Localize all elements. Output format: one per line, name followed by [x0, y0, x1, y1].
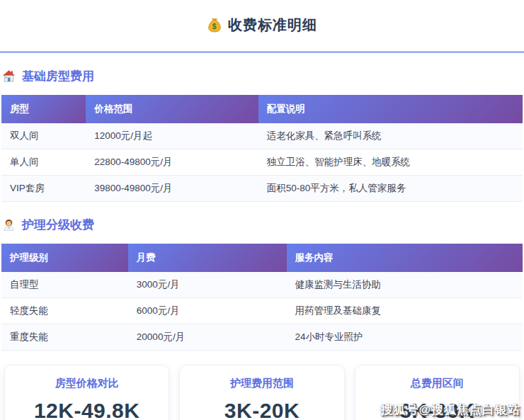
column-header-room-type: 房型	[1, 95, 86, 123]
cell-price: 22800-49800元/月	[86, 149, 258, 175]
room-fee-table: 房型 价格范围 配置说明 双人间 12000元/月起 适老化家具、紧急呼叫系统 …	[1, 95, 523, 202]
column-header-price-range: 价格范围	[86, 95, 258, 123]
table-row: 单人间 22800-49800元/月 独立卫浴、智能护理床、地暖系统	[1, 149, 523, 175]
cell-care-level: 自理型	[1, 272, 128, 298]
cell-service: 24小时专业照护	[287, 324, 523, 350]
section-title-text: 基础房型费用	[22, 68, 94, 84]
page-title-text: 收费标准明细	[228, 16, 317, 35]
card-title: 护理费用范围	[186, 377, 338, 390]
cell-room-type: 单人间	[1, 149, 86, 175]
cell-config: 适老化家具、紧急呼叫系统	[258, 123, 523, 149]
section-room-fees-title: 基础房型费用	[2, 68, 524, 84]
cell-service: 健康监测与生活协助	[287, 272, 523, 298]
cell-config: 面积50-80平方米，私人管家服务	[258, 175, 523, 201]
summary-card-room-price: 房型价格对比 12K-49.8K 元/月（不同房型）	[4, 365, 169, 420]
table-row: VIP套房 39800-49800元/月 面积50-80平方米，私人管家服务	[1, 175, 523, 201]
cell-care-level: 轻度失能	[1, 297, 128, 324]
page-header: $ 收费标准明细	[0, 0, 524, 45]
card-title: 总费用区间	[361, 377, 513, 390]
table-row: 双人间 12000元/月起 适老化家具、紧急呼叫系统	[1, 123, 523, 149]
table-row: 重度失能 20000元/月 24小时专业照护	[1, 324, 523, 350]
header-divider	[0, 51, 524, 53]
house-icon	[2, 69, 16, 83]
nursing-fee-table: 护理级别 月费 服务内容 自理型 3000元/月 健康监测与生活协助 轻度失能 …	[1, 244, 523, 351]
cell-room-type: 双人间	[1, 123, 86, 149]
summary-card-nursing-range: 护理费用范围 3K-20K 元/月（分级护理）	[179, 365, 344, 420]
watermark: 搜狐号@搜狐焦点白银站	[380, 402, 520, 418]
cell-monthly-fee: 3000元/月	[128, 272, 287, 298]
card-value: 3K-20K	[186, 399, 338, 420]
cell-service: 用药管理及基础康复	[287, 297, 523, 324]
section-nursing-fees-title: 护理分级收费	[2, 217, 524, 233]
column-header-care-level: 护理级别	[1, 244, 128, 272]
page-title: $ 收费标准明细	[207, 16, 317, 35]
card-title: 房型价格对比	[11, 377, 163, 390]
table-row: 轻度失能 6000元/月 用药管理及基础康复	[1, 297, 523, 324]
cell-monthly-fee: 6000元/月	[128, 297, 287, 324]
cell-config: 独立卫浴、智能护理床、地暖系统	[258, 149, 523, 175]
cell-price: 39800-49800元/月	[86, 175, 258, 201]
table-row: 自理型 3000元/月 健康监测与生活协助	[1, 272, 523, 298]
svg-text:$: $	[212, 23, 217, 30]
cell-price: 12000元/月起	[86, 123, 258, 149]
fee-detail-page: { "page": { "title": "收费标准明细", "title_ic…	[0, 0, 524, 420]
card-value: 12K-49.8K	[11, 399, 163, 420]
section-title-text: 护理分级收费	[22, 217, 94, 233]
health-worker-icon	[2, 218, 16, 232]
money-bag-icon: $	[207, 18, 222, 33]
column-header-monthly-fee: 月费	[128, 244, 287, 272]
table-header-row: 护理级别 月费 服务内容	[1, 244, 523, 272]
column-header-service: 服务内容	[287, 244, 523, 272]
cell-monthly-fee: 20000元/月	[128, 324, 287, 350]
table-header-row: 房型 价格范围 配置说明	[1, 95, 523, 123]
cell-room-type: VIP套房	[1, 175, 86, 201]
cell-care-level: 重度失能	[1, 324, 128, 350]
column-header-config: 配置说明	[258, 95, 523, 123]
